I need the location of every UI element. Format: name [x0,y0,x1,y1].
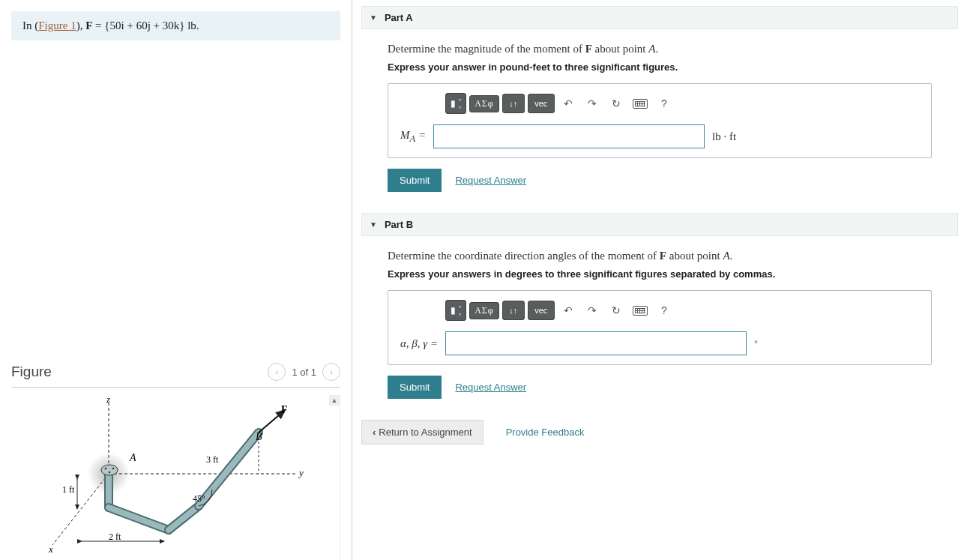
problem-text: In ( [22,19,38,31]
svg-point-7 [109,472,111,474]
axis-z-label: z [106,395,110,405]
part-b-instr: Express your answers in degrees to three… [388,268,932,280]
part-a: ▼ Part A Determine the magnitude of the … [361,6,958,198]
axis-y-label: y [298,467,304,478]
vec-button[interactable]: vec [528,94,555,113]
part-a-request-answer-link[interactable]: Request Answer [455,175,526,186]
equation-box-b: ▮▫▫ ΑΣφ ↓↑ vec ↶ ↷ ↻ ? α, β, γ = ° [388,290,932,365]
keyboard-button[interactable] [630,301,651,319]
reset-button[interactable]: ↻ [606,94,627,112]
part-b-request-answer-link[interactable]: Request Answer [455,382,526,393]
help-button[interactable]: ? [654,301,675,319]
redo-button[interactable]: ↷ [582,301,603,319]
greek-button[interactable]: ΑΣφ [469,95,499,112]
templates-button[interactable]: ▮▫▫ [445,93,466,114]
chevron-down-icon: ▼ [370,220,377,229]
part-b-variable: α, β, γ = [400,337,438,350]
help-button[interactable]: ? [654,94,675,112]
part-b-answer-input[interactable] [445,331,747,355]
pager-label: 1 of 1 [292,367,316,378]
figure-next-button[interactable]: › [322,363,340,381]
reset-button[interactable]: ↻ [606,301,627,319]
part-b-title: Part B [385,219,413,230]
keyboard-icon [633,306,648,316]
force-label: F [281,404,288,415]
figure-canvas: ▲ z y x [11,395,340,560]
undo-button[interactable]: ↶ [558,94,579,112]
vec-button[interactable]: vec [528,301,555,320]
part-a-title: Part A [385,12,413,23]
part-b: ▼ Part B Determine the coordinate direct… [361,213,958,405]
greek-button[interactable]: ΑΣφ [469,302,499,319]
return-to-assignment-button[interactable]: ‹Return to Assignment [361,420,483,445]
updown-button[interactable]: ↓↑ [502,94,525,113]
figure-link[interactable]: Figure 1 [38,19,76,31]
svg-point-4 [101,465,118,475]
dim-3ft: 3 ft [206,454,219,465]
divider [11,387,340,388]
chevron-left-icon: ‹ [373,427,376,438]
force-symbol: F [85,19,92,31]
updown-button[interactable]: ↓↑ [502,301,525,320]
redo-button[interactable]: ↷ [582,94,603,112]
scroll-up-icon[interactable]: ▲ [329,395,340,406]
keyboard-button[interactable] [630,94,651,112]
chevron-down-icon: ▼ [370,13,377,22]
problem-statement: In (Figure 1), F = {50i + 60j + 30k} lb. [11,11,340,40]
part-b-desc: Determine the coordinate direction angle… [388,250,932,262]
part-a-answer-input[interactable] [433,124,705,148]
svg-point-6 [112,468,115,470]
templates-button[interactable]: ▮▫▫ [445,300,466,321]
provide-feedback-link[interactable]: Provide Feedback [506,427,585,438]
undo-button[interactable]: ↶ [558,301,579,319]
part-a-desc: Determine the magnitude of the moment of… [388,43,932,55]
equation-toolbar: ▮▫▫ ΑΣφ ↓↑ vec ↶ ↷ ↻ ? [400,300,919,321]
part-b-units: ° [754,339,757,348]
equation-toolbar: ▮▫▫ ΑΣφ ↓↑ vec ↶ ↷ ↻ ? [400,93,919,114]
figure-prev-button[interactable]: ‹ [268,363,286,381]
figure-pager: ‹ 1 of 1 › [268,363,340,381]
part-b-header[interactable]: ▼ Part B [361,213,958,236]
part-a-submit-button[interactable]: Submit [388,169,442,192]
part-b-submit-button[interactable]: Submit [388,376,442,399]
point-a-label: A [129,452,136,463]
figure-title: Figure [11,364,52,380]
equation-box-a: ▮▫▫ ΑΣφ ↓↑ vec ↶ ↷ ↻ ? MA = lb · ft [388,83,932,158]
problem-text: ), [76,19,86,31]
force-expression: = {50i + 60j + 30k} lb. [92,19,199,31]
part-a-units: lb · ft [712,130,736,143]
part-a-header[interactable]: ▼ Part A [361,6,958,29]
svg-line-11 [194,431,250,500]
dim-angle: 45° [193,493,205,504]
keyboard-icon [633,99,648,109]
axis-x-label: x [48,544,53,553]
part-a-variable: MA = [400,129,426,145]
part-a-instr: Express your answer in pound-feet to thr… [388,61,932,73]
svg-point-5 [105,468,107,470]
dim-2ft: 2 ft [109,532,121,542]
dim-1ft: 1 ft [62,484,75,495]
